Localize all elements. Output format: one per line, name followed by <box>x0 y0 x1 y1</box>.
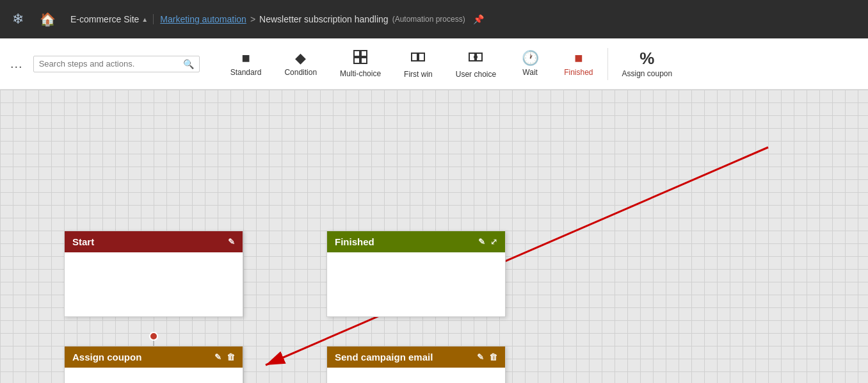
node-assign-header: Assign coupon ✎ 🗑 <box>65 346 243 368</box>
node-send-actions: ✎ 🗑 <box>477 352 497 362</box>
node-start[interactable]: Start ✎ <box>64 231 243 317</box>
node-finished[interactable]: Finished ✎ ⤢ <box>326 231 506 317</box>
node-assign-actions: ✎ 🗑 <box>214 352 235 362</box>
site-selector[interactable]: E-commerce Site ▲ <box>65 14 154 24</box>
node-send-edit-icon[interactable]: ✎ <box>477 352 484 362</box>
finished-label: Finished <box>564 68 593 77</box>
toolbar-item-standard[interactable]: ■ Standard <box>219 47 273 81</box>
toolbar-item-finished[interactable]: ■ Finished <box>552 47 604 81</box>
start-bottom-connector[interactable] <box>149 332 158 341</box>
node-finished-expand-icon[interactable]: ⤢ <box>490 237 497 247</box>
standard-icon: ■ <box>241 51 250 65</box>
svg-rect-3 <box>361 58 367 63</box>
node-send-header: Send campaign email ✎ 🗑 <box>327 346 505 368</box>
node-assign-delete-icon[interactable]: 🗑 <box>227 352 235 362</box>
condition-label: Condition <box>284 68 317 77</box>
node-start-edit-icon[interactable]: ✎ <box>228 237 235 247</box>
topbar: ❄ 🏠 E-commerce Site ▲ Marketing automati… <box>0 0 868 38</box>
svg-rect-4 <box>412 53 417 61</box>
wait-label: Wait <box>522 68 538 77</box>
node-send-delete-icon[interactable]: 🗑 <box>489 352 497 362</box>
assigncoupon-label: Assign coupon <box>622 69 673 78</box>
toolbar-item-assigncoupon[interactable]: % Assign coupon <box>611 46 684 82</box>
toolbar-item-wait[interactable]: 🕐 Wait <box>508 47 552 81</box>
node-finished-actions: ✎ ⤢ <box>478 237 497 247</box>
breadcrumb-current: Newsletter subscription handling <box>259 14 389 24</box>
node-finished-title: Finished <box>335 236 478 247</box>
svg-point-9 <box>474 56 477 58</box>
logo-icon[interactable]: ❄ <box>6 8 29 31</box>
toolbar-divider <box>607 48 608 80</box>
assigncoupon-icon: % <box>639 50 654 67</box>
wait-icon: 🕐 <box>522 51 539 65</box>
node-finished-header: Finished ✎ ⤢ <box>327 231 505 252</box>
site-arrow: ▲ <box>141 16 148 23</box>
svg-rect-5 <box>419 53 424 61</box>
site-name: E-commerce Site <box>70 14 139 24</box>
node-assign-body: % <box>65 368 243 383</box>
node-start-actions: ✎ <box>228 237 235 247</box>
breadcrumb-marketing-link[interactable]: Marketing automation <box>160 14 246 24</box>
node-assign-coupon[interactable]: Assign coupon ✎ 🗑 % <box>64 346 243 383</box>
node-start-header: Start ✎ <box>65 231 243 252</box>
breadcrumb-sub: (Automation process) <box>392 15 465 24</box>
firstwin-icon <box>410 49 426 67</box>
node-send-campaign[interactable]: Send campaign email ✎ 🗑 <box>326 346 506 383</box>
node-start-body <box>65 252 243 316</box>
node-start-title: Start <box>72 236 228 247</box>
breadcrumb-sep: > <box>250 14 255 24</box>
node-send-body <box>327 368 505 383</box>
search-input[interactable] <box>39 59 179 69</box>
node-assign-edit-icon[interactable]: ✎ <box>214 352 221 362</box>
canvas[interactable]: Start ✎ Finished ✎ ⤢ Assign coupon ✎ 🗑 <box>0 90 868 383</box>
finished-icon: ■ <box>574 51 583 65</box>
breadcrumb: Marketing automation > Newsletter subscr… <box>160 14 862 24</box>
assign-coupon-icon: % <box>139 380 168 383</box>
userchoice-label: User choice <box>456 70 496 79</box>
search-box: 🔍 <box>33 56 200 72</box>
svg-rect-2 <box>354 58 360 63</box>
node-assign-title: Assign coupon <box>72 352 214 363</box>
toolbar: ... 🔍 ■ Standard ◆ Condition Multi-choic… <box>0 38 868 90</box>
condition-icon: ◆ <box>295 51 306 65</box>
multichoice-icon <box>353 49 368 67</box>
more-options-button[interactable]: ... <box>10 56 23 71</box>
search-icon: 🔍 <box>183 59 194 69</box>
standard-label: Standard <box>230 68 262 77</box>
toolbar-item-userchoice[interactable]: User choice <box>444 45 508 83</box>
userchoice-icon <box>468 49 483 67</box>
pin-icon[interactable]: 📌 <box>473 14 484 24</box>
firstwin-label: First win <box>404 70 433 79</box>
node-send-title: Send campaign email <box>335 352 477 363</box>
node-finished-edit-icon[interactable]: ✎ <box>478 237 485 247</box>
multichoice-label: Multi-choice <box>340 69 381 78</box>
svg-rect-0 <box>354 51 360 56</box>
toolbar-item-firstwin[interactable]: First win <box>392 45 444 83</box>
home-button[interactable]: 🏠 <box>36 8 59 31</box>
toolbar-item-multichoice[interactable]: Multi-choice <box>328 45 392 82</box>
node-finished-body <box>327 252 505 316</box>
svg-rect-1 <box>361 51 367 56</box>
toolbar-items: ■ Standard ◆ Condition Multi-choice <box>219 45 858 83</box>
toolbar-item-condition[interactable]: ◆ Condition <box>273 47 328 81</box>
